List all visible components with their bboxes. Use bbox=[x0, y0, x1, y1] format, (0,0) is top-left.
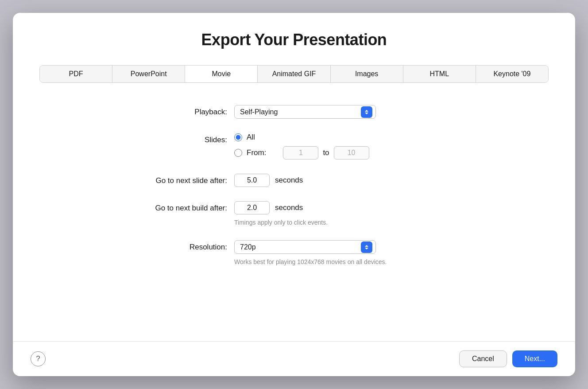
footer-actions: Cancel Next... bbox=[459, 350, 557, 367]
resolution-row: Resolution: 720p 1080p 4K Works best for… bbox=[128, 240, 460, 265]
next-slide-label: Go to next slide after: bbox=[128, 174, 234, 185]
next-slide-control: seconds bbox=[234, 174, 460, 187]
slides-all-radio[interactable] bbox=[234, 133, 242, 141]
dialog-footer: ? Cancel Next... bbox=[13, 341, 575, 376]
tab-keynote09[interactable]: Keynote '09 bbox=[476, 66, 548, 82]
next-build-unit: seconds bbox=[275, 203, 303, 212]
next-build-input[interactable] bbox=[234, 201, 270, 214]
next-build-row: Go to next build after: seconds Timings … bbox=[128, 201, 460, 226]
slides-all-row: All bbox=[234, 133, 369, 142]
playback-control: Self-Playing Hyperlinks Only Links and B… bbox=[234, 105, 460, 119]
tab-animated-gif[interactable]: Animated GIF bbox=[258, 66, 330, 82]
cancel-button[interactable]: Cancel bbox=[459, 350, 507, 367]
slides-row: Slides: All From: to bbox=[128, 133, 460, 159]
help-button[interactable]: ? bbox=[31, 351, 46, 366]
playback-select-wrapper: Self-Playing Hyperlinks Only Links and B… bbox=[234, 105, 376, 119]
next-slide-unit: seconds bbox=[275, 176, 303, 185]
resolution-control: 720p 1080p 4K Works best for playing 102… bbox=[234, 240, 460, 265]
resolution-label: Resolution: bbox=[128, 240, 234, 252]
tab-bar: PDF PowerPoint Movie Animated GIF Images… bbox=[39, 65, 549, 83]
slides-to-input[interactable] bbox=[334, 146, 369, 159]
next-build-control: seconds Timings apply only to click even… bbox=[234, 201, 460, 226]
slides-from-label: From: bbox=[247, 148, 266, 157]
playback-select[interactable]: Self-Playing Hyperlinks Only Links and B… bbox=[234, 105, 376, 119]
timings-hint: Timings apply only to click events. bbox=[234, 219, 328, 226]
form-section: Playback: Self-Playing Hyperlinks Only L… bbox=[128, 105, 460, 265]
next-button[interactable]: Next... bbox=[512, 350, 557, 367]
tab-html[interactable]: HTML bbox=[403, 66, 476, 82]
resolution-select-wrapper: 720p 1080p 4K bbox=[234, 240, 376, 254]
resolution-group: 720p 1080p 4K Works best for playing 102… bbox=[234, 240, 387, 265]
slides-from-input[interactable] bbox=[283, 146, 318, 159]
slides-from-radio[interactable] bbox=[234, 149, 242, 157]
tab-images[interactable]: Images bbox=[331, 66, 403, 82]
next-build-label: Go to next build after: bbox=[128, 201, 234, 213]
slides-from-row: From: to bbox=[234, 146, 369, 159]
slides-group: All From: to bbox=[234, 133, 369, 159]
slides-all-label: All bbox=[247, 133, 255, 142]
slides-label: Slides: bbox=[128, 133, 234, 144]
playback-row: Playback: Self-Playing Hyperlinks Only L… bbox=[128, 105, 460, 119]
resolution-hint: Works best for playing 1024x768 movies o… bbox=[234, 258, 387, 265]
export-dialog: Export Your Presentation PDF PowerPoint … bbox=[13, 13, 575, 376]
dialog-content: Export Your Presentation PDF PowerPoint … bbox=[13, 13, 575, 341]
tab-movie[interactable]: Movie bbox=[185, 66, 258, 82]
tab-powerpoint[interactable]: PowerPoint bbox=[112, 66, 185, 82]
resolution-select[interactable]: 720p 1080p 4K bbox=[234, 240, 376, 254]
from-to-group: to bbox=[283, 146, 369, 159]
slides-to-label: to bbox=[323, 148, 329, 157]
dialog-title: Export Your Presentation bbox=[39, 31, 549, 49]
next-slide-input[interactable] bbox=[234, 174, 270, 187]
next-slide-row: Go to next slide after: seconds bbox=[128, 174, 460, 187]
playback-label: Playback: bbox=[128, 105, 234, 117]
slides-control: All From: to bbox=[234, 133, 460, 159]
tab-pdf[interactable]: PDF bbox=[40, 66, 112, 82]
